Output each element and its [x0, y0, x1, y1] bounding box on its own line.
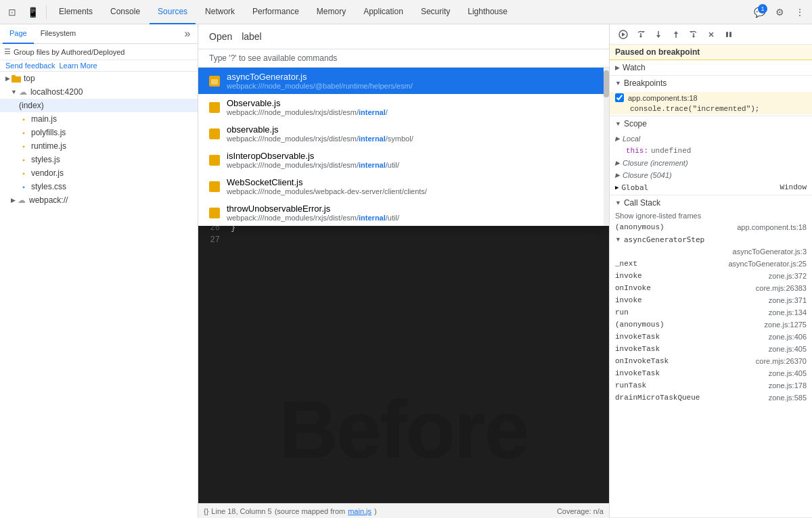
cs-collapse-icon: ▼ — [615, 236, 621, 243]
tab-network[interactable]: Network — [197, 0, 243, 24]
cs-drain[interactable]: drainMicroTaskQueue zone.js:585 — [610, 392, 812, 404]
tree-item-webpack[interactable]: ▶ ☁ webpack:// — [0, 193, 198, 207]
tree-item-styles-js[interactable]: ▪ styles.js — [0, 153, 198, 166]
cs-anonymous-1[interactable]: (anonymous) zone.js:1275 — [610, 319, 812, 331]
cs-invoketask-2[interactable]: invokeTask zone.js:405 — [610, 367, 812, 379]
learn-more-link[interactable]: Learn More — [59, 62, 97, 70]
tree-item-polyfills-js[interactable]: ▪ polyfills.js — [0, 126, 198, 139]
cs-loc-invoketask-2: zone.js:405 — [739, 369, 807, 377]
tab-filesystem[interactable]: Filesystem — [34, 24, 83, 44]
pause-on-exceptions-button[interactable] — [721, 26, 737, 43]
scrollbar-track[interactable] — [604, 68, 609, 226]
cloud-icon: ☁ — [17, 195, 26, 205]
cs-oninvoketask[interactable]: onInvokeTask core.mjs:26370 — [610, 355, 812, 367]
file-result-1[interactable]: Observable.js webpack:///node_modules/rx… — [198, 94, 604, 120]
result-name-5: throwUnobservableError.js — [227, 204, 399, 214]
tree-item-index[interactable]: (index) — [0, 99, 198, 112]
line-num-27: 27 — [198, 234, 220, 246]
call-stack-section: ▼ Call Stack Show ignore-listed frames (… — [610, 195, 812, 518]
open-file-input[interactable] — [242, 31, 598, 42]
tree-item-runtime-js[interactable]: ▪ runtime.js — [0, 139, 198, 153]
cs-runtask[interactable]: runTask zone.js:178 — [610, 379, 812, 392]
scope-header[interactable]: ▼ Scope — [610, 116, 812, 131]
tab-security[interactable]: Security — [413, 0, 458, 24]
tab-lighthouse[interactable]: Lighthouse — [459, 0, 516, 24]
breakpoints-header[interactable]: ▼ Breakpoints — [610, 76, 812, 91]
tree-item-styles-css[interactable]: ▪ styles.css — [0, 180, 198, 193]
device-icon[interactable]: 📱 — [23, 3, 42, 22]
cs-name-drain: drainMicroTaskQueue — [615, 394, 739, 402]
status-braces[interactable]: {} — [204, 507, 208, 515]
tab-page[interactable]: Page — [3, 24, 34, 44]
tree-label-top: top — [24, 74, 35, 83]
file-result-3[interactable]: isInteropObservable.js webpack:///node_m… — [198, 147, 604, 173]
step-over-button[interactable] — [633, 26, 649, 43]
chevron-icon: ▶ — [11, 197, 16, 204]
cs-invoketask-0[interactable]: invokeTask zone.js:406 — [610, 331, 812, 343]
tab-elements[interactable]: Elements — [51, 0, 101, 24]
cs-run[interactable]: run zone.js:134 — [610, 306, 812, 319]
debugger-controls — [615, 26, 737, 43]
cs-next[interactable]: _next asyncToGenerator.js:25 — [610, 258, 812, 270]
breakpoints-content: app.component.ts:18 console.trace("incre… — [610, 91, 812, 116]
bp-checkbox[interactable] — [615, 93, 624, 102]
file-result-5[interactable]: throwUnobservableError.js webpack:///nod… — [198, 199, 604, 226]
scope-var-name-this: this: — [626, 147, 648, 155]
watch-header[interactable]: ▶ Watch — [610, 60, 812, 75]
cs-invoke-1[interactable]: invoke zone.js:371 — [610, 294, 812, 306]
group-files-icon: ☰ — [4, 47, 11, 56]
devtools-toolbar: ⊡ 📱 Elements Console Sources Network Per… — [0, 0, 812, 24]
tab-application[interactable]: Application — [355, 0, 411, 24]
cs-async-loc[interactable]: asyncToGenerator.js:3 — [610, 245, 812, 258]
result-info-3: isInteropObservable.js webpack:///node_m… — [227, 151, 399, 169]
file-result-2[interactable]: observable.js webpack:///node_modules/rx… — [198, 120, 604, 147]
global-chevron: ▶ — [615, 184, 618, 191]
result-name-0: asyncToGenerator.js — [227, 72, 413, 82]
line-numbers: 25 26 27 — [198, 207, 225, 503]
cs-anonymous[interactable]: (anonymous) app.component.ts:18 — [610, 221, 812, 233]
step-out-button[interactable] — [668, 26, 684, 43]
result-path-0: webpack:///node_modules/@babel/runtime/h… — [227, 82, 413, 90]
resume-button[interactable] — [615, 26, 631, 43]
cs-name-oninvoketask: onInvokeTask — [615, 357, 739, 365]
open-label: Open — [209, 31, 232, 42]
cs-async-collapse[interactable]: ▼ asyncGeneratorStep — [610, 233, 812, 245]
cs-loc-async: asyncToGenerator.js:3 — [733, 248, 807, 256]
cs-name-invoke-0: invoke — [615, 272, 739, 280]
bp-chevron: ▼ — [615, 80, 621, 87]
tree-item-vendor-js[interactable]: ▪ vendor.js — [0, 166, 198, 180]
cs-name-invoketask-1: invokeTask — [615, 345, 739, 353]
tab-performance[interactable]: Performance — [244, 0, 307, 24]
tree-item-localhost[interactable]: ▼ ☁ localhost:4200 — [0, 85, 198, 99]
scope-section: ▼ Scope ▶ Local this: undefined ▶ Closur… — [610, 116, 812, 195]
cs-invoke-0[interactable]: invoke zone.js:372 — [610, 270, 812, 282]
code-content: } } — [225, 207, 609, 503]
deactivate-breakpoints-button[interactable] — [703, 26, 719, 43]
tab-console[interactable]: Console — [102, 0, 148, 24]
result-path-1: webpack:///node_modules/rxjs/dist/esm/in… — [227, 108, 388, 116]
tree-item-main-js[interactable]: ▪ main.js — [0, 112, 198, 126]
main-layout: Page Filesystem » ☰ Group files by Autho… — [0, 24, 812, 518]
panel-more-icon[interactable]: » — [180, 26, 195, 41]
cs-oninvoke[interactable]: onInvoke core.mjs:26383 — [610, 282, 812, 294]
send-feedback-link[interactable]: Send feedback — [5, 62, 55, 70]
step-into-button[interactable] — [650, 26, 667, 43]
status-bar: {} Line 18, Column 5 (source mapped from… — [198, 503, 609, 518]
step-back-button[interactable] — [685, 26, 702, 43]
status-source-file[interactable]: main.js — [348, 507, 371, 515]
chat-icon[interactable]: 💬 1 — [750, 3, 769, 22]
file-result-0[interactable]: asyncToGenerator.js webpack:///node_modu… — [198, 68, 604, 94]
file-result-4[interactable]: WebSocketClient.js webpack:///node_modul… — [198, 173, 604, 199]
restore-icon[interactable]: ⊡ — [3, 3, 22, 22]
show-ignore-row[interactable]: Show ignore-listed frames — [610, 210, 812, 221]
call-stack-header[interactable]: ▼ Call Stack — [610, 195, 812, 210]
more-icon[interactable]: ⋮ — [790, 3, 809, 22]
cs-invoketask-1[interactable]: invokeTask zone.js:405 — [610, 343, 812, 355]
tree-item-top[interactable]: ▶ top — [0, 72, 198, 85]
status-source-mapped: (source mapped from — [275, 507, 346, 515]
scrollbar-thumb[interactable] — [604, 70, 609, 97]
breakpoint-item-0[interactable]: app.component.ts:18 — [610, 92, 812, 103]
settings-icon[interactable]: ⚙ — [770, 3, 789, 22]
tab-memory[interactable]: Memory — [309, 0, 354, 24]
tab-sources[interactable]: Sources — [150, 0, 196, 24]
